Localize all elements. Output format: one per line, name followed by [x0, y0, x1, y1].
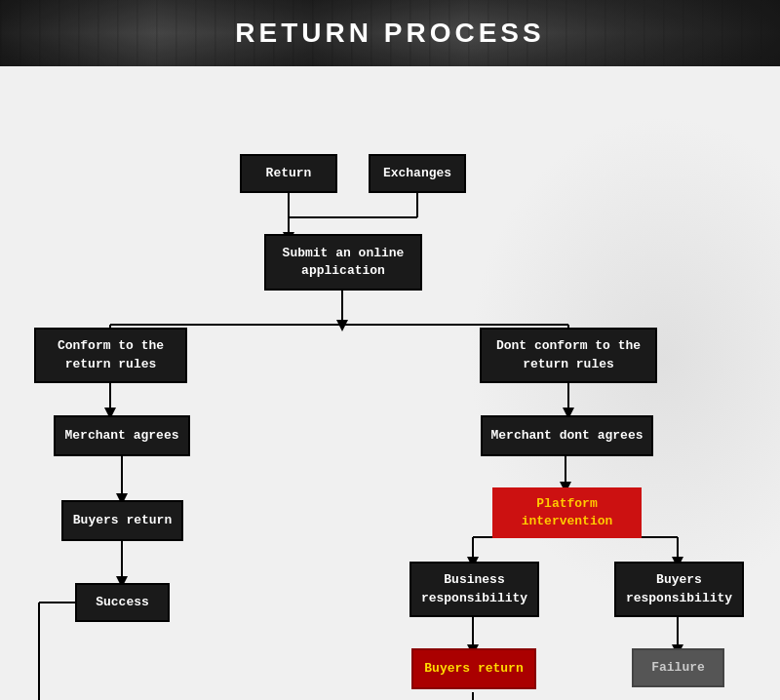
exchanges-box: Exchanges: [369, 154, 466, 193]
failure-box: Failure: [632, 648, 724, 687]
merchant-agrees-box: Merchant agrees: [54, 415, 190, 456]
success-box: Success: [75, 583, 170, 622]
buyers-return-left-box: Buyers return: [61, 500, 183, 541]
return-box: Return: [240, 154, 337, 193]
business-responsibility-box: Businessresponsibility: [410, 562, 539, 617]
buyers-responsibility-box: Buyersresponsibility: [614, 562, 744, 617]
submit-box: Submit an onlineapplication: [264, 234, 422, 291]
dont-conform-box: Dont conform to thereturn rules: [480, 328, 657, 383]
svg-marker-5: [336, 320, 348, 331]
platform-intervention-box: Platformintervention: [492, 487, 642, 538]
buyers-return-mid-box: Buyers return: [411, 648, 536, 689]
conform-box: Conform to thereturn rules: [34, 328, 187, 383]
merchant-dont-agrees-box: Merchant dont agrees: [481, 415, 653, 456]
page-title: RETURN PROCESS: [235, 18, 544, 49]
diagram-area: Return Exchanges Submit an onlineapplica…: [0, 66, 780, 700]
header: RETURN PROCESS: [0, 0, 780, 66]
